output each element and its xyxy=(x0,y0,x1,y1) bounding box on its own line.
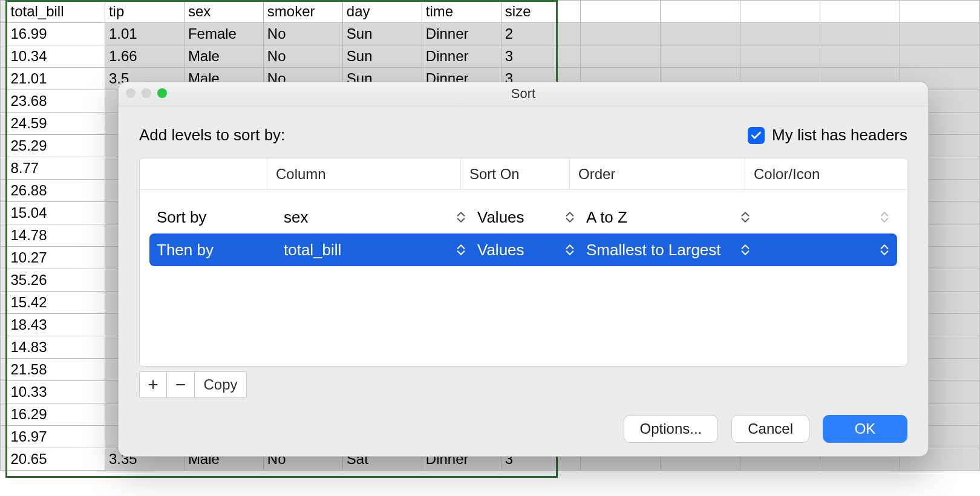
cell[interactable]: 35.26 xyxy=(7,269,105,292)
cell[interactable]: 8.77 xyxy=(7,157,105,180)
row-header[interactable] xyxy=(1,269,7,292)
checkbox-checked-icon xyxy=(748,127,765,144)
cell[interactable]: Sun xyxy=(342,23,422,45)
column-header[interactable]: size xyxy=(501,1,580,23)
cell[interactable]: 10.33 xyxy=(7,381,105,403)
cell[interactable]: 21.01 xyxy=(7,68,105,90)
cell[interactable] xyxy=(900,23,979,45)
cell[interactable]: Dinner xyxy=(422,45,501,68)
remove-level-button[interactable]: − xyxy=(167,371,195,398)
column-header[interactable]: total_bill xyxy=(7,1,105,23)
dialog-titlebar[interactable]: Sort xyxy=(119,82,928,106)
cell[interactable]: 16.99 xyxy=(7,23,105,45)
cell[interactable]: 14.83 xyxy=(7,336,105,359)
cell[interactable]: 1.01 xyxy=(105,23,184,45)
row-header[interactable] xyxy=(1,68,7,90)
options-button[interactable]: Options... xyxy=(624,415,719,443)
cell[interactable]: No xyxy=(263,23,342,45)
column-header[interactable]: sex xyxy=(184,1,263,23)
cancel-button[interactable]: Cancel xyxy=(731,415,809,443)
cell[interactable]: 16.97 xyxy=(7,426,105,448)
cell[interactable]: No xyxy=(263,45,342,68)
cell[interactable]: Female xyxy=(184,23,263,45)
cell[interactable]: 15.42 xyxy=(7,292,105,314)
cell[interactable]: 23.68 xyxy=(7,90,105,113)
row-header[interactable] xyxy=(1,45,7,68)
row-header[interactable] xyxy=(1,247,7,269)
row-header[interactable] xyxy=(1,23,7,45)
row-header[interactable] xyxy=(1,426,7,448)
cell[interactable] xyxy=(900,45,979,68)
cell[interactable]: 18.43 xyxy=(7,314,105,336)
copy-level-button[interactable]: Copy xyxy=(195,371,247,398)
cell[interactable] xyxy=(740,23,820,45)
row-header[interactable] xyxy=(1,359,7,381)
row-header[interactable] xyxy=(1,314,7,336)
sort-column-select[interactable]: total_bill xyxy=(284,233,477,266)
cell[interactable] xyxy=(660,1,740,23)
row-header[interactable] xyxy=(1,113,7,135)
cell[interactable] xyxy=(660,45,740,68)
chevron-updown-icon xyxy=(740,211,751,223)
panel-col-coloricon: Color/Icon xyxy=(745,158,884,189)
sort-level-row[interactable]: Sort bysex Values A to Z xyxy=(149,201,897,233)
headers-checkbox[interactable]: My list has headers xyxy=(748,126,907,145)
row-header[interactable] xyxy=(1,135,7,157)
row-header[interactable] xyxy=(1,202,7,224)
sort-column-select[interactable]: sex xyxy=(284,201,477,233)
row-header[interactable] xyxy=(1,403,7,426)
sort-level-row[interactable]: Then bytotal_bill Values Smallest to Lar… xyxy=(149,233,897,266)
cell[interactable]: 15.04 xyxy=(7,202,105,224)
sort-on-select[interactable]: Values xyxy=(477,201,586,233)
row-header[interactable] xyxy=(1,292,7,314)
sort-on-select[interactable]: Values xyxy=(477,233,586,266)
row-header[interactable] xyxy=(1,1,7,23)
column-header[interactable]: tip xyxy=(105,1,184,23)
cell[interactable]: 16.29 xyxy=(7,403,105,426)
cell[interactable]: 24.59 xyxy=(7,113,105,135)
cell[interactable]: Dinner xyxy=(422,23,501,45)
cell[interactable] xyxy=(660,23,740,45)
row-header[interactable] xyxy=(1,224,7,247)
row-header[interactable] xyxy=(1,180,7,202)
column-header[interactable]: time xyxy=(422,1,501,23)
cell[interactable]: Male xyxy=(184,45,263,68)
sort-coloricon-select[interactable] xyxy=(762,233,901,266)
column-header[interactable]: day xyxy=(342,1,422,23)
panel-col-sorton: Sort On xyxy=(460,158,569,189)
cell[interactable] xyxy=(820,1,900,23)
row-header[interactable] xyxy=(1,448,7,471)
cell[interactable] xyxy=(580,23,660,45)
add-level-button[interactable]: + xyxy=(139,371,167,398)
cell[interactable] xyxy=(820,23,900,45)
panel-col-label xyxy=(140,158,267,189)
cell[interactable] xyxy=(900,1,979,23)
cell[interactable] xyxy=(580,1,660,23)
cell[interactable]: 25.29 xyxy=(7,135,105,157)
cell[interactable]: 20.65 xyxy=(7,448,105,471)
cell[interactable] xyxy=(820,45,900,68)
cell[interactable]: 10.27 xyxy=(7,247,105,269)
cell[interactable]: 26.88 xyxy=(7,180,105,202)
row-header[interactable] xyxy=(1,157,7,180)
sort-order-select[interactable]: A to Z xyxy=(586,201,762,233)
cell[interactable]: 10.34 xyxy=(7,45,105,68)
cell[interactable] xyxy=(740,1,820,23)
cell[interactable]: Sun xyxy=(342,45,422,68)
row-header[interactable] xyxy=(1,381,7,403)
cell[interactable]: 1.66 xyxy=(105,45,184,68)
chevron-updown-icon xyxy=(456,211,466,223)
column-header[interactable]: smoker xyxy=(263,1,342,23)
cell[interactable]: 2 xyxy=(501,23,580,45)
sort-coloricon-select[interactable] xyxy=(762,201,901,233)
cell[interactable]: 21.58 xyxy=(7,359,105,381)
row-header[interactable] xyxy=(1,336,7,359)
chevron-updown-icon xyxy=(564,244,575,256)
cell[interactable] xyxy=(740,45,820,68)
cell[interactable]: 14.78 xyxy=(7,224,105,247)
ok-button[interactable]: OK xyxy=(823,415,907,443)
cell[interactable]: 3 xyxy=(501,45,580,68)
row-header[interactable] xyxy=(1,90,7,113)
cell[interactable] xyxy=(580,45,660,68)
sort-order-select[interactable]: Smallest to Largest xyxy=(586,233,762,266)
